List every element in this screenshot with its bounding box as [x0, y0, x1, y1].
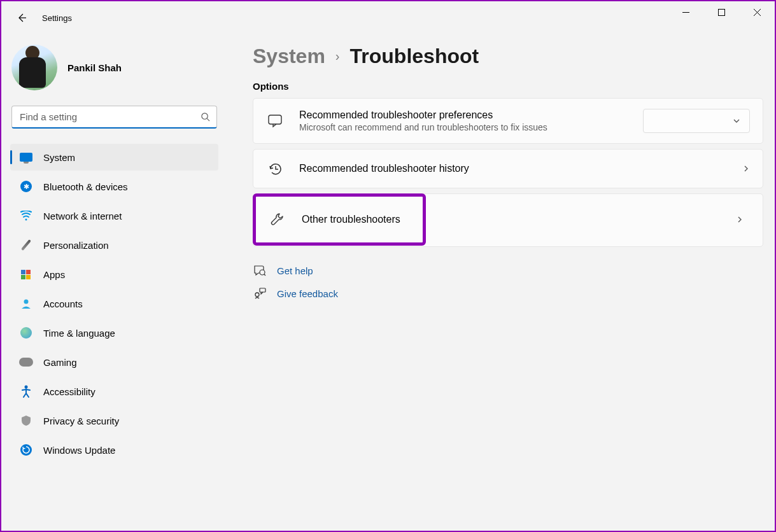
window-controls	[668, 1, 775, 23]
close-button[interactable]	[739, 1, 775, 23]
update-icon	[19, 443, 33, 457]
svg-rect-5	[269, 115, 281, 124]
nav-item-accessibility[interactable]: Accessibility	[10, 378, 218, 405]
main-content: System › Troubleshoot Options Recommende…	[227, 34, 775, 531]
svg-point-6	[260, 270, 265, 275]
card-preferences[interactable]: Recommended troubleshooter preferences M…	[253, 98, 763, 144]
sidebar: Pankil Shah System ✱ Bluetooth & devices	[1, 34, 227, 531]
gaming-icon	[19, 355, 33, 369]
svg-point-3	[24, 300, 29, 304]
breadcrumb-parent[interactable]: System	[253, 45, 325, 68]
search-input[interactable]	[12, 106, 194, 127]
preferences-dropdown[interactable]	[643, 109, 750, 133]
accessibility-icon	[19, 384, 33, 398]
nav-item-privacy[interactable]: Privacy & security	[10, 407, 218, 434]
search-icon	[194, 106, 216, 127]
breadcrumb-current: Troubleshoot	[350, 45, 479, 68]
history-icon	[266, 160, 284, 178]
profile-block[interactable]: Pankil Shah	[9, 41, 220, 102]
card-history[interactable]: Recommended troubleshooter history	[253, 149, 763, 188]
titlebar: Settings	[1, 1, 775, 34]
search-box[interactable]	[11, 106, 217, 129]
minimize-button[interactable]	[668, 1, 703, 23]
minimize-icon	[682, 9, 689, 16]
get-help-link[interactable]: Get help	[253, 263, 763, 277]
svg-rect-0	[718, 9, 724, 15]
avatar	[11, 45, 57, 90]
system-icon	[19, 150, 33, 164]
nav-item-system[interactable]: System	[10, 144, 218, 171]
wrench-icon	[269, 211, 286, 228]
highlight-other-troubleshooters: Other troubleshooters	[253, 193, 426, 246]
nav-item-time[interactable]: Time & language	[10, 319, 218, 346]
chevron-right-icon	[736, 214, 744, 226]
card-title: Recommended troubleshooter history	[299, 163, 735, 174]
nav-label: Accounts	[43, 298, 83, 309]
card-title: Other troubleshooters	[302, 214, 410, 225]
nav-item-accounts[interactable]: Accounts	[10, 290, 218, 317]
personalization-icon	[19, 238, 33, 252]
nav-label: Bluetooth & devices	[43, 181, 128, 192]
options-heading: Options	[253, 81, 763, 92]
svg-rect-8	[260, 288, 265, 292]
time-icon	[19, 326, 33, 340]
close-icon	[754, 9, 761, 16]
nav-item-update[interactable]: Windows Update	[10, 437, 218, 463]
link-text: Get help	[277, 265, 313, 276]
breadcrumb: System › Troubleshoot	[253, 45, 763, 68]
maximize-button[interactable]	[703, 1, 739, 23]
card-subtitle: Microsoft can recommend and run troubles…	[299, 122, 635, 132]
apps-icon	[19, 267, 33, 281]
nav-item-gaming[interactable]: Gaming	[10, 349, 218, 375]
help-icon	[253, 263, 267, 277]
nav-label: Network & internet	[43, 211, 122, 221]
network-icon	[19, 209, 33, 223]
nav-list: System ✱ Bluetooth & devices Network & i…	[9, 144, 220, 463]
bluetooth-icon: ✱	[19, 179, 33, 193]
nav-label: Privacy & security	[43, 416, 119, 426]
nav-item-apps[interactable]: Apps	[10, 261, 218, 288]
svg-point-7	[255, 293, 259, 297]
svg-point-4	[25, 386, 28, 389]
privacy-icon	[19, 414, 33, 428]
link-text: Give feedback	[277, 288, 338, 299]
conversation-icon	[266, 112, 284, 130]
nav-label: System	[43, 152, 75, 163]
chevron-down-icon	[733, 117, 740, 125]
svg-point-2	[25, 219, 27, 221]
nav-item-network[interactable]: Network & internet	[10, 202, 218, 229]
nav-label: Personalization	[43, 240, 109, 251]
arrow-left-icon	[17, 13, 27, 23]
nav-label: Apps	[43, 269, 65, 280]
profile-name: Pankil Shah	[67, 62, 122, 73]
chevron-right-icon	[742, 165, 750, 172]
nav-label: Time & language	[43, 328, 115, 339]
window-title: Settings	[42, 13, 72, 23]
maximize-icon	[718, 9, 725, 16]
card-other[interactable]: Other troubleshooters	[256, 197, 423, 242]
nav-label: Windows Update	[43, 445, 115, 456]
nav-label: Gaming	[43, 357, 77, 368]
card-title: Recommended troubleshooter preferences	[299, 109, 635, 121]
accounts-icon	[19, 297, 33, 311]
feedback-icon	[253, 286, 267, 300]
nav-label: Accessibility	[43, 386, 95, 397]
svg-point-1	[201, 113, 207, 119]
nav-item-personalization[interactable]: Personalization	[10, 232, 218, 258]
give-feedback-link[interactable]: Give feedback	[253, 286, 763, 300]
chevron-right-icon: ›	[335, 49, 340, 64]
back-button[interactable]	[13, 9, 31, 27]
footer-links: Get help Give feedback	[253, 263, 763, 300]
nav-item-bluetooth[interactable]: ✱ Bluetooth & devices	[10, 173, 218, 200]
